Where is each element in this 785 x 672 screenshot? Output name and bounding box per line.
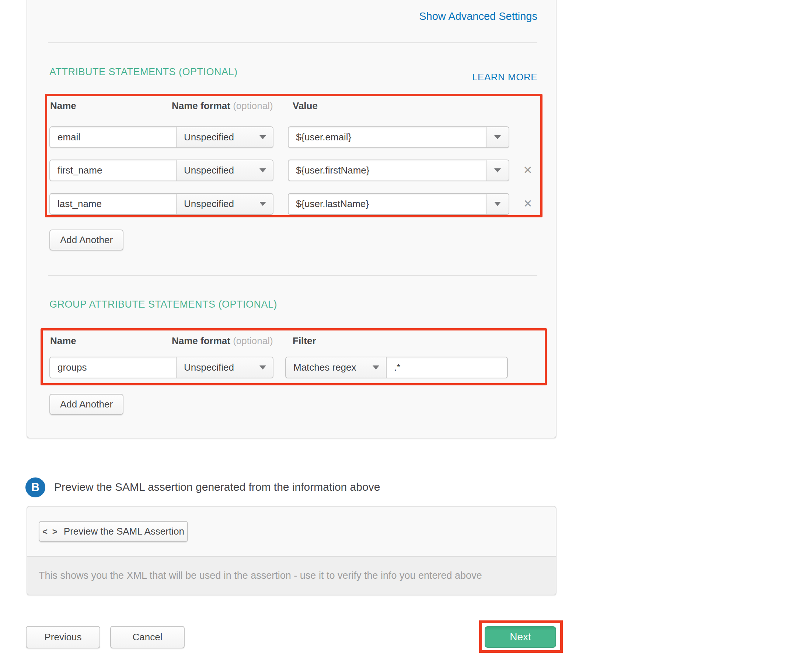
chevron-down-icon (260, 366, 266, 370)
column-header-name-format: Name format (optional) (172, 335, 273, 347)
step-b-badge: B (25, 477, 45, 497)
chevron-down-icon (494, 168, 501, 172)
group-row-filter-control: Matches regex (285, 356, 508, 378)
column-header-optional-note: (optional) (233, 100, 273, 111)
chevron-down-icon (494, 202, 501, 206)
attribute-statements-heading: ATTRIBUTE STATEMENTS (OPTIONAL) (49, 66, 238, 78)
next-button[interactable]: Next (485, 626, 556, 648)
preview-saml-assertion-button[interactable]: < > Preview the SAML Assertion (39, 521, 188, 542)
attribute-value-input[interactable] (289, 127, 486, 147)
column-header-name: Name (50, 100, 76, 112)
attribute-row-name-format-control: Unspecified (49, 159, 274, 181)
preview-assertion-card: < > Preview the SAML Assertion This show… (27, 506, 557, 595)
attribute-name-input[interactable] (50, 194, 176, 214)
chevron-down-icon (494, 135, 501, 139)
chevron-down-icon (260, 168, 266, 172)
attribute-row-value-control (288, 193, 509, 215)
column-header-filter: Filter (292, 335, 316, 347)
name-format-select[interactable]: Unspecified (176, 127, 273, 147)
code-icon: < > (42, 527, 59, 537)
divider (48, 275, 537, 276)
close-icon: ✕ (523, 164, 532, 176)
group-row-name-format-control: Unspecified (49, 356, 274, 378)
remove-row-button[interactable]: ✕ (521, 197, 535, 210)
filter-value-input[interactable] (386, 357, 507, 378)
column-header-optional-note: (optional) (233, 335, 273, 346)
attribute-row-value-control (288, 127, 509, 148)
previous-button[interactable]: Previous (26, 626, 100, 649)
chevron-down-icon (260, 135, 266, 139)
filter-type-select[interactable]: Matches regex (286, 357, 386, 378)
group-attribute-statements-heading: GROUP ATTRIBUTE STATEMENTS (OPTIONAL) (49, 299, 277, 310)
section-b-title: Preview the SAML assertion generated fro… (54, 481, 380, 493)
learn-more-link[interactable]: LEARN MORE (472, 72, 537, 83)
value-expression-dropdown-button[interactable] (486, 160, 508, 181)
add-another-group-attribute-button[interactable]: Add Another (49, 394, 124, 415)
column-header-name-format: Name format (optional) (172, 100, 273, 112)
close-icon: ✕ (523, 197, 532, 209)
add-another-attribute-button[interactable]: Add Another (49, 230, 124, 250)
value-expression-dropdown-button[interactable] (486, 127, 508, 147)
saml-settings-page: Show Advanced Settings ATTRIBUTE STATEME… (0, 0, 785, 672)
cancel-button[interactable]: Cancel (110, 626, 185, 649)
attribute-row-name-format-control: Unspecified (49, 127, 274, 148)
attribute-row-value-control (288, 159, 509, 181)
column-header-name: Name (50, 335, 76, 347)
attribute-value-input[interactable] (289, 160, 486, 181)
remove-row-button[interactable]: ✕ (521, 164, 535, 177)
divider (48, 42, 537, 43)
chevron-down-icon (260, 202, 266, 206)
preview-note-strip: This shows you the XML that will be used… (27, 556, 556, 595)
name-format-select[interactable]: Unspecified (176, 194, 273, 214)
column-header-value: Value (292, 100, 318, 112)
name-format-select[interactable]: Unspecified (176, 357, 273, 378)
value-expression-dropdown-button[interactable] (486, 194, 508, 214)
attribute-name-input[interactable] (50, 160, 176, 181)
attribute-row-name-format-control: Unspecified (49, 193, 274, 215)
chevron-down-icon (372, 366, 379, 370)
show-advanced-settings-link[interactable]: Show Advanced Settings (419, 10, 537, 22)
attribute-value-input[interactable] (289, 194, 486, 214)
group-name-input[interactable] (50, 357, 176, 378)
attribute-name-input[interactable] (50, 127, 176, 147)
preview-note-text: This shows you the XML that will be used… (39, 570, 482, 581)
name-format-select[interactable]: Unspecified (176, 160, 273, 181)
saml-settings-card: Show Advanced Settings ATTRIBUTE STATEME… (27, 0, 557, 438)
